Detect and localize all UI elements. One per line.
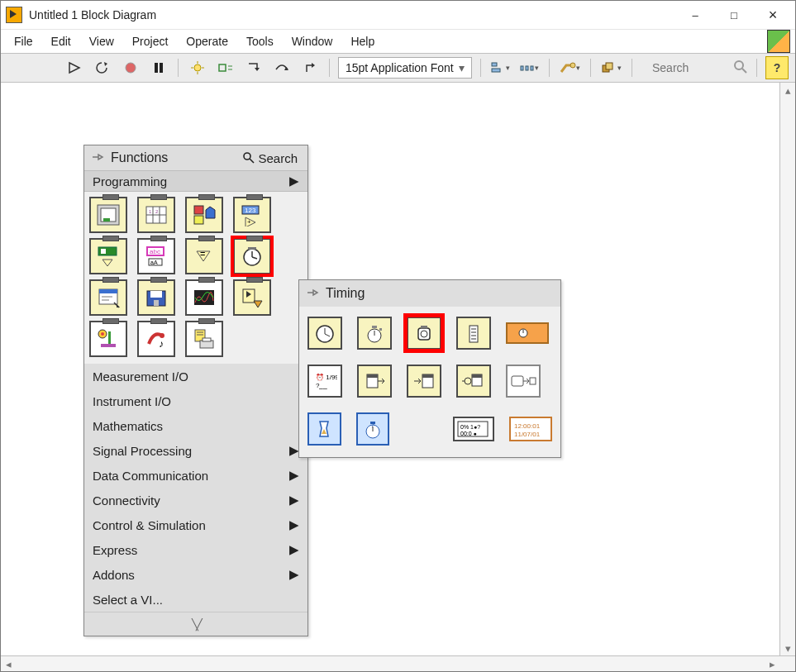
arrow-right-icon: ▶ (289, 517, 299, 532)
cell-report[interactable] (185, 321, 223, 357)
cell-graphics[interactable]: ♪ (137, 321, 175, 357)
tcell-high-res[interactable] (456, 317, 491, 350)
close-button[interactable]: × (754, 2, 792, 27)
category-label: Programming (93, 174, 167, 188)
cell-cluster[interactable] (185, 197, 223, 233)
run-continuous-button[interactable] (92, 59, 113, 77)
svg-rect-12 (526, 66, 528, 70)
menu-operate[interactable]: Operate (178, 31, 236, 51)
menu-window[interactable]: Window (284, 31, 341, 51)
category-programming[interactable]: Programming ▶ (84, 170, 307, 192)
cat-signal-processing[interactable]: Signal Processing▶ (84, 438, 307, 463)
menu-edit[interactable]: Edit (43, 31, 79, 51)
cell-file-io[interactable] (137, 279, 175, 316)
tcell-sec-to-dt[interactable] (357, 365, 392, 398)
arrow-right-icon: ▶ (289, 468, 299, 483)
help-button[interactable]: ? (765, 56, 789, 79)
pause-button[interactable] (148, 59, 169, 77)
title-bar: Untitled 1 Block Diagram – □ × (1, 1, 795, 30)
cell-comparison[interactable]: = (185, 238, 223, 274)
vertical-scrollbar[interactable]: ▴ ▾ (779, 83, 795, 655)
distribute-button[interactable]: ▾ (518, 59, 541, 77)
svg-point-91 (465, 378, 471, 384)
cat-mathematics[interactable]: Mathematics (84, 413, 307, 438)
menu-project[interactable]: Project (124, 31, 177, 51)
tcell-to-timestamp[interactable] (456, 365, 491, 398)
toolbar-search (651, 60, 748, 77)
cell-boolean[interactable] (89, 238, 127, 274)
abort-button[interactable] (120, 59, 141, 77)
scroll-left-icon[interactable]: ◂ (1, 656, 16, 671)
chevron-down-icon: ▾ (459, 61, 465, 74)
font-selector[interactable]: 15pt Application Font ▾ (338, 57, 472, 79)
tcell-format-dt[interactable] (506, 365, 541, 398)
scroll-up-icon[interactable]: ▴ (780, 83, 795, 98)
tcell-wait-ms[interactable] (357, 317, 392, 350)
retain-wire-button[interactable] (215, 59, 236, 77)
menu-help[interactable]: Help (342, 31, 383, 51)
double-chevron-down-icon: ╲╱ (192, 618, 200, 631)
svg-rect-75 (421, 326, 427, 328)
cat-control-simulation[interactable]: Control & Simulation▶ (84, 512, 307, 537)
tcell-wait-until-next[interactable] (407, 317, 441, 350)
tcell-elapsed-time[interactable] (307, 412, 341, 446)
pin-icon[interactable] (91, 151, 104, 165)
cat-connectivity[interactable]: Connectivity▶ (84, 488, 307, 512)
minimize-button[interactable]: – (676, 2, 714, 27)
step-over-button[interactable] (271, 59, 293, 77)
highlight-execution-button[interactable] (187, 59, 208, 77)
svg-rect-11 (521, 66, 523, 70)
svg-rect-13 (531, 66, 533, 70)
cat-measurement-io[interactable]: Measurement I/O (84, 364, 307, 388)
menu-tools[interactable]: Tools (238, 31, 282, 51)
search-input[interactable] (651, 60, 728, 75)
svg-point-17 (735, 61, 743, 69)
tcell-time-delay[interactable] (506, 322, 549, 344)
vi-icon[interactable] (767, 30, 790, 53)
cell-array[interactable]: 12 (137, 197, 175, 233)
pin-icon[interactable] (306, 287, 319, 301)
palette-title: Functions (111, 150, 168, 165)
menu-view[interactable]: View (81, 31, 122, 51)
cleanup-button[interactable]: ▾ (558, 59, 582, 77)
menu-file[interactable]: File (6, 31, 41, 51)
step-out-button[interactable] (299, 59, 321, 77)
svg-rect-52 (154, 300, 159, 306)
step-into-button[interactable] (243, 59, 265, 77)
cat-addons[interactable]: Addons▶ (84, 562, 307, 587)
tcell-get-datetime[interactable]: ⏰ 1/99?⎯⎯ (307, 365, 342, 398)
reorder-button[interactable]: ▾ (599, 59, 623, 77)
cat-select-vi[interactable]: Select a VI... (84, 587, 307, 612)
search-icon[interactable] (733, 60, 748, 77)
tcell-dt-string[interactable]: 12:00:0111/07/01 (509, 417, 552, 441)
align-button[interactable]: ▾ (489, 59, 512, 77)
cell-app-control[interactable] (233, 279, 271, 316)
palette-expand-button[interactable]: ╲╱ (84, 612, 307, 636)
svg-rect-73 (418, 328, 430, 340)
cat-express[interactable]: Express▶ (84, 537, 307, 562)
horizontal-scrollbar[interactable]: ◂ ▸ (1, 655, 795, 671)
cell-sync[interactable] (89, 321, 127, 357)
cell-numeric[interactable]: 123+ (233, 197, 271, 233)
cat-data-communication[interactable]: Data Communication▶ (84, 463, 307, 488)
scroll-down-icon[interactable]: ▾ (780, 641, 795, 655)
svg-text:0% 1●?: 0% 1●? (460, 424, 480, 430)
cell-dialog[interactable] (89, 279, 127, 316)
cell-timing[interactable] (233, 238, 271, 274)
palette-search-button[interactable]: Search (240, 150, 301, 167)
tcell-timestamp-const[interactable]: 0% 1●?00:0 ● (453, 417, 494, 441)
block-diagram-canvas[interactable]: Functions Search Programming ▶ 12 (1, 83, 779, 655)
run-button[interactable] (64, 59, 85, 77)
maximize-button[interactable]: □ (715, 2, 753, 27)
cell-waveform[interactable] (185, 279, 223, 316)
tcell-dt-to-sec[interactable] (407, 365, 441, 398)
svg-point-0 (126, 63, 136, 73)
cell-string[interactable]: abcaA (137, 238, 175, 274)
tcell-tick-count[interactable] (307, 317, 342, 350)
cell-structures[interactable] (89, 197, 127, 233)
svg-rect-51 (150, 291, 162, 298)
tcell-stall[interactable]: ? (356, 412, 390, 446)
scroll-right-icon[interactable]: ▸ (765, 656, 779, 671)
svg-rect-1 (155, 63, 158, 73)
cat-instrument-io[interactable]: Instrument I/O (84, 388, 307, 413)
